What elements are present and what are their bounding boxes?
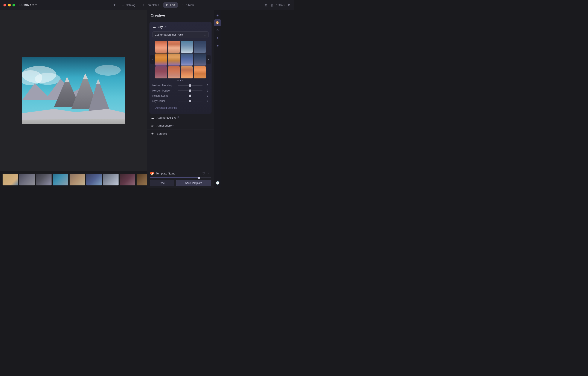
maximize-button[interactable] xyxy=(12,4,15,6)
atmosphere-icon: ≋ xyxy=(150,124,155,128)
canvas-area xyxy=(0,10,147,188)
slider-handle[interactable] xyxy=(189,100,191,102)
slider-track[interactable] xyxy=(178,101,202,101)
sky-thumb[interactable] xyxy=(194,66,206,78)
save-template-button[interactable]: Save Template xyxy=(176,180,211,186)
chevron-down-icon: ▾ xyxy=(284,4,285,7)
slider-label: Horizon Position xyxy=(152,89,176,92)
sky-thumb[interactable] xyxy=(194,41,206,53)
face-tool-button[interactable]: ☺ xyxy=(214,27,221,33)
svg-point-3 xyxy=(35,73,61,85)
main-image xyxy=(22,57,125,124)
history-tool-button[interactable]: 🕐 xyxy=(214,179,221,186)
page-dot[interactable] xyxy=(177,80,179,81)
sun-tool-button[interactable]: ☀ xyxy=(214,12,221,19)
catalog-button[interactable]: ▭ Catalog xyxy=(119,2,138,8)
slider-horizon-blending: Horizon Blending 0 xyxy=(152,84,209,87)
sky-thumb[interactable] xyxy=(168,41,180,53)
template-slider-fill xyxy=(150,177,199,178)
app-logo: LUMINAR AI xyxy=(20,3,37,7)
filmstrip-item-selected[interactable] xyxy=(53,174,68,185)
minimize-button[interactable] xyxy=(8,4,11,6)
slider-handle[interactable] xyxy=(189,89,191,92)
filmstrip-item[interactable] xyxy=(86,174,102,185)
edit-button[interactable]: ⊟ Edit xyxy=(163,2,178,8)
augmented-sky-label: Augmented Sky AI xyxy=(157,116,179,119)
templates-icon: ✦ xyxy=(143,3,145,7)
text-tool-button[interactable]: A xyxy=(214,35,221,42)
sunrays-section[interactable]: ✳ Sunrays xyxy=(147,129,214,138)
filmstrip-item[interactable] xyxy=(36,174,52,185)
eye-icon[interactable]: ◎ xyxy=(271,3,273,7)
slider-value: 0 xyxy=(204,84,209,87)
template-footer: 🍄 Template Name ♡ ··· Reset Save Templa xyxy=(147,169,214,188)
nav-center: + ▭ Catalog ✦ Templates ⊟ Edit ↑ Publish xyxy=(43,2,265,8)
filmstrip-item[interactable] xyxy=(19,174,35,185)
sky-thumb[interactable] xyxy=(168,54,180,65)
sky-thumb[interactable] xyxy=(181,66,193,78)
publish-icon: ↑ xyxy=(182,3,184,7)
sky-thumb[interactable] xyxy=(194,54,206,65)
side-icons: ☀ 🎨 ☺ A ◈ 🕐 xyxy=(214,10,221,188)
palette-tool-button[interactable]: 🎨 xyxy=(214,19,221,26)
sky-header: ☁ Sky AI xyxy=(152,25,209,29)
add-button[interactable]: + xyxy=(111,2,117,8)
sky-dropdown[interactable]: California Sunset Pack ⌄ xyxy=(152,31,209,38)
filmstrip-item[interactable] xyxy=(70,174,85,185)
settings-icon[interactable]: ⚙ xyxy=(288,3,291,7)
advanced-settings-link[interactable]: Advanced Settings xyxy=(152,105,209,111)
sky-thumb[interactable] xyxy=(155,66,167,78)
sky-section: ☁ Sky AI California Sunset Pack ⌄ ‹ xyxy=(149,22,211,114)
slider-value: 0 xyxy=(204,94,209,97)
sky-thumb[interactable] xyxy=(155,54,167,65)
augmented-sky-icon: ☁ xyxy=(150,116,155,119)
sunrays-label: Sunrays xyxy=(157,132,167,135)
filmstrip-item[interactable] xyxy=(136,174,147,185)
template-buttons-row: Reset Save Template xyxy=(150,180,211,186)
slider-track[interactable] xyxy=(178,96,202,96)
slider-label: Horizon Blending xyxy=(152,84,176,87)
sky-ai-badge: AI xyxy=(165,26,167,28)
sky-grid-container: ‹ xyxy=(152,41,209,78)
page-dots xyxy=(152,80,209,81)
layout-icon[interactable]: ⊟ xyxy=(265,3,268,7)
more-button[interactable]: ··· xyxy=(207,171,211,176)
zoom-control[interactable]: 100% ▾ xyxy=(276,4,285,7)
page-dot-active[interactable] xyxy=(180,80,181,81)
slider-value: 0 xyxy=(204,99,209,102)
sky-thumb[interactable] xyxy=(168,66,180,78)
template-slider-handle[interactable] xyxy=(198,177,200,179)
slider-handle[interactable] xyxy=(189,84,191,87)
template-slider-track[interactable] xyxy=(150,177,211,178)
slider-sky-global: Sky Global 0 xyxy=(152,99,209,102)
slider-track[interactable] xyxy=(178,85,202,86)
page-dot[interactable] xyxy=(182,80,183,81)
template-name: Template Name xyxy=(156,172,200,175)
slider-handle[interactable] xyxy=(189,95,191,97)
filmstrip-item[interactable] xyxy=(120,174,135,185)
favorite-button[interactable]: ♡ xyxy=(202,171,206,175)
slider-track[interactable] xyxy=(178,90,202,91)
atmosphere-section[interactable]: ≋ Atmosphere AI xyxy=(147,122,214,129)
sky-thumb[interactable] xyxy=(181,41,193,53)
filmstrip-item[interactable] xyxy=(3,174,18,185)
sky-prev-button[interactable]: ‹ xyxy=(150,55,155,64)
sky-next-button[interactable]: › xyxy=(206,55,211,64)
main-content: Creative ☁ Sky AI California Sunset Pack… xyxy=(0,10,294,188)
right-panel: Creative ☁ Sky AI California Sunset Pack… xyxy=(147,10,214,188)
templates-button[interactable]: ✦ Templates xyxy=(140,2,162,8)
sky-dropdown-label: California Sunset Pack xyxy=(155,33,183,36)
reset-button[interactable]: Reset xyxy=(150,180,174,186)
publish-button[interactable]: ↑ Publish xyxy=(179,2,197,8)
layers-tool-button[interactable]: ◈ xyxy=(214,42,221,49)
cloud-icon: ☁ xyxy=(152,25,156,29)
panel-row: Creative ☁ Sky AI California Sunset Pack… xyxy=(147,10,294,188)
sky-thumb[interactable] xyxy=(155,41,167,53)
atmosphere-ai-badge: AI xyxy=(172,124,174,126)
slider-horizon-position: Horizon Position 0 xyxy=(152,89,209,92)
augmented-sky-section[interactable]: ☁ Augmented Sky AI xyxy=(147,114,214,122)
close-button[interactable] xyxy=(3,4,6,6)
filmstrip-item[interactable] xyxy=(103,174,118,185)
sky-thumb[interactable] xyxy=(181,54,193,65)
chevron-down-icon: ⌄ xyxy=(204,33,206,36)
